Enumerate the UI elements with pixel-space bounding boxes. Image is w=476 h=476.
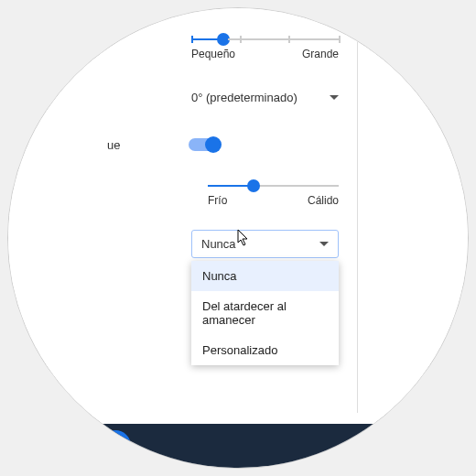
display-size-slider[interactable]: Pequeño Grande xyxy=(191,38,339,60)
night-light-toggle[interactable] xyxy=(189,138,220,151)
chevron-down-icon xyxy=(330,95,339,100)
orientation-value: 0° (predeterminado) xyxy=(191,91,298,104)
schedule-selected-value: Nunca xyxy=(201,237,236,251)
color-temperature-slider[interactable]: Frío Cálido xyxy=(208,185,339,207)
schedule-select[interactable]: Nunca xyxy=(191,230,339,258)
orientation-select[interactable]: 0° (predeterminado) xyxy=(191,87,339,108)
warmth-min-label: Frío xyxy=(208,194,227,207)
taskbar-app-icon[interactable] xyxy=(61,430,92,461)
schedule-option-custom[interactable]: Personalizado xyxy=(191,335,339,365)
taskbar xyxy=(8,424,468,468)
size-slider-min-label: Pequeño xyxy=(191,48,235,60)
schedule-option-sunset[interactable]: Del atardecer al amanecer xyxy=(191,291,339,335)
night-light-truncated-label: ue xyxy=(107,138,120,152)
warmth-max-label: Cálido xyxy=(308,194,339,207)
size-slider-max-label: Grande xyxy=(302,48,339,60)
taskbar-settings-icon[interactable] xyxy=(100,430,131,461)
schedule-dropdown-list: Nunca Del atardecer al amanecer Personal… xyxy=(191,261,339,365)
schedule-option-never[interactable]: Nunca xyxy=(191,261,339,291)
chevron-down-icon xyxy=(319,242,329,246)
